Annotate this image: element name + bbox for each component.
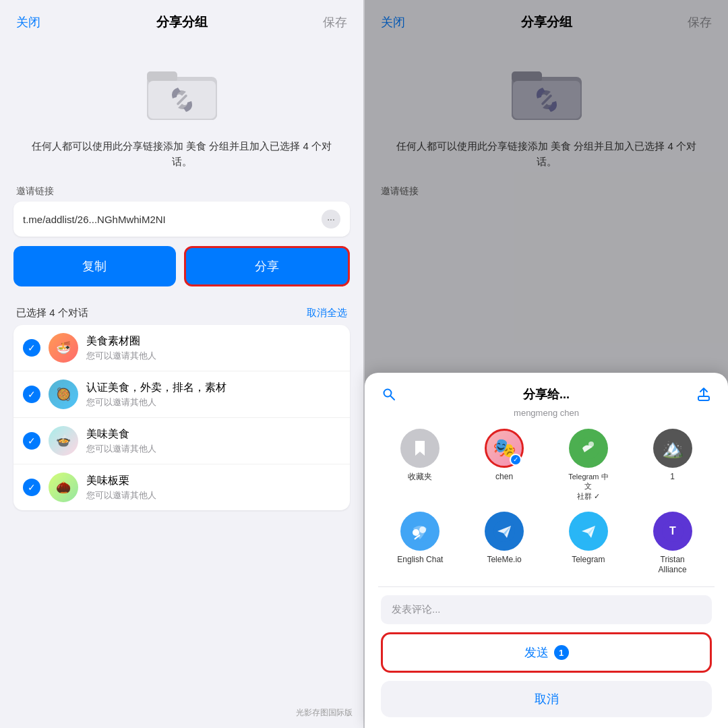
contact-tg-cn[interactable]: Telegram 中文社群 ✓ bbox=[565, 429, 612, 501]
check-icon: ✓ bbox=[23, 339, 40, 357]
more-button[interactable]: ··· bbox=[322, 210, 340, 229]
english-chat-avatar bbox=[400, 512, 439, 551]
share-button[interactable]: 分享 bbox=[184, 246, 351, 286]
chat-name: 美食素材圈 bbox=[86, 334, 340, 348]
table-row[interactable]: ✓ 🌰 美味板栗 您可以邀请其他人 bbox=[13, 464, 350, 510]
chat-name: 美味板栗 bbox=[86, 474, 340, 488]
avatar: 🌰 bbox=[49, 473, 78, 502]
avatar: 🍲 bbox=[49, 426, 78, 456]
contact-label: Telegram bbox=[572, 555, 605, 566]
avatar: 🍜 bbox=[49, 333, 78, 363]
right-panel: 关闭 分享分组 保存 任何人都可以使用此分享链接添加 美食 分组并且加入已选择 … bbox=[365, 0, 728, 728]
tg-cn-icon bbox=[578, 437, 599, 459]
modal-share-button[interactable] bbox=[693, 384, 715, 405]
check-icon: ✓ bbox=[23, 386, 40, 403]
teleme-avatar bbox=[485, 512, 524, 551]
contacts-row-2: English Chat TeleMe.io bbox=[378, 512, 715, 576]
send-count-badge: 1 bbox=[554, 645, 569, 660]
favorites-avatar bbox=[400, 429, 439, 468]
divider bbox=[378, 586, 715, 587]
modal-cancel-button[interactable]: 取消 bbox=[381, 681, 712, 717]
invite-section-label: 邀请链接 bbox=[0, 185, 363, 202]
table-row[interactable]: ✓ 🍜 美食素材圈 您可以邀请其他人 bbox=[13, 325, 350, 371]
svg-rect-2 bbox=[147, 71, 177, 82]
svg-text:T: T bbox=[669, 525, 676, 537]
table-row[interactable]: ✓ 🥘 认证美食，外卖，排名，素材 您可以邀请其他人 bbox=[13, 371, 350, 418]
contact-label: 1 bbox=[670, 472, 675, 483]
contact-label: chen bbox=[495, 472, 513, 483]
modal-search-button[interactable] bbox=[378, 384, 400, 405]
modal-header: 分享给... bbox=[378, 384, 715, 405]
send-label: 发送 bbox=[524, 644, 549, 661]
chat-list: ✓ 🍜 美食素材圈 您可以邀请其他人 ✓ 🥘 认证美食，外卖，排名，素材 您可以… bbox=[13, 325, 350, 510]
tristan-icon: T bbox=[662, 520, 684, 542]
telegram-icon bbox=[578, 520, 599, 542]
contact-label: Telegram 中文社群 ✓ bbox=[565, 472, 612, 501]
left-header: 关闭 分享分组 保存 bbox=[0, 0, 363, 38]
contacts-row-1: 收藏夹 🎭 ✓ chen Telegram 中文 bbox=[378, 429, 715, 501]
chen-avatar: 🎭 ✓ bbox=[485, 429, 524, 468]
table-row[interactable]: ✓ 🍲 美味美食 您可以邀请其他人 bbox=[13, 418, 350, 464]
cancel-all-button[interactable]: 取消全选 bbox=[307, 307, 347, 320]
contact-label: 收藏夹 bbox=[408, 472, 432, 483]
selected-header: 已选择 4 个对话 取消全选 bbox=[0, 296, 363, 325]
share-modal: 分享给... mengmeng chen 收藏夹 bbox=[365, 373, 728, 728]
selected-count-label: 已选择 4 个对话 bbox=[16, 307, 88, 320]
upload-icon bbox=[697, 387, 710, 402]
left-description: 任何人都可以使用此分享链接添加 美食 分组并且加入已选择 4 个对话。 bbox=[0, 139, 363, 169]
chat-sub: 您可以邀请其他人 bbox=[86, 350, 340, 362]
watermark: 光影存图国际版 bbox=[296, 707, 353, 719]
chat-sub: 您可以邀请其他人 bbox=[86, 443, 340, 455]
search-icon bbox=[382, 388, 396, 401]
modal-subtitle: mengmeng chen bbox=[378, 408, 715, 418]
tristan-avatar: T bbox=[653, 512, 692, 551]
person1-avatar: 🏔️ bbox=[653, 429, 692, 468]
svg-point-16 bbox=[413, 529, 419, 536]
avatar: 🥘 bbox=[49, 380, 78, 409]
svg-rect-12 bbox=[698, 396, 709, 400]
chat-name: 美味美食 bbox=[86, 427, 340, 442]
invite-link-box: t.me/addlist/26...NGhMwhiM2NI ··· bbox=[13, 202, 350, 237]
chat-name: 认证美食，外卖，排名，素材 bbox=[86, 381, 340, 395]
teleme-icon bbox=[493, 520, 515, 542]
chat-sub: 您可以邀请其他人 bbox=[86, 396, 340, 408]
left-save-button: 保存 bbox=[323, 14, 347, 30]
contact-teleme[interactable]: TeleMe.io bbox=[481, 512, 528, 576]
contact-label: Tristan Alliance bbox=[649, 555, 696, 576]
contact-label: TeleMe.io bbox=[487, 555, 521, 566]
english-chat-icon bbox=[409, 520, 431, 542]
action-buttons: 复制 分享 bbox=[13, 246, 350, 286]
left-panel: 关闭 分享分组 保存 任何人都可以使用此分享链接添加 美食 分组并且加入已选择 … bbox=[0, 0, 363, 728]
left-close-button[interactable]: 关闭 bbox=[16, 14, 40, 30]
contact-english-chat[interactable]: English Chat bbox=[396, 512, 444, 576]
left-folder-area bbox=[0, 38, 363, 139]
svg-point-14 bbox=[588, 442, 594, 447]
bookmark-icon bbox=[410, 438, 430, 458]
check-icon: ✓ bbox=[23, 432, 40, 450]
chen-check-icon: ✓ bbox=[510, 454, 522, 466]
svg-line-11 bbox=[390, 396, 394, 400]
svg-point-17 bbox=[419, 526, 426, 533]
chat-sub: 您可以邀请其他人 bbox=[86, 489, 340, 502]
copy-button[interactable]: 复制 bbox=[13, 246, 176, 286]
modal-title: 分享给... bbox=[523, 386, 570, 402]
left-title: 分享分组 bbox=[156, 13, 208, 31]
telegram-avatar bbox=[569, 512, 608, 551]
folder-icon bbox=[142, 58, 222, 125]
link-text: t.me/addlist/26...NGhMwhiM2NI bbox=[23, 214, 315, 225]
comment-input[interactable]: 发表评论... bbox=[381, 595, 712, 624]
tg-cn-avatar bbox=[569, 429, 608, 468]
contact-person1[interactable]: 🏔️ 1 bbox=[649, 429, 696, 501]
contact-chen[interactable]: 🎭 ✓ chen bbox=[481, 429, 528, 501]
send-button[interactable]: 发送 1 bbox=[381, 632, 712, 673]
check-icon: ✓ bbox=[23, 479, 40, 496]
contact-favorites[interactable]: 收藏夹 bbox=[396, 429, 444, 501]
contact-tristan[interactable]: T Tristan Alliance bbox=[649, 512, 696, 576]
contact-telegram[interactable]: Telegram bbox=[565, 512, 612, 576]
contact-label: English Chat bbox=[397, 555, 443, 566]
